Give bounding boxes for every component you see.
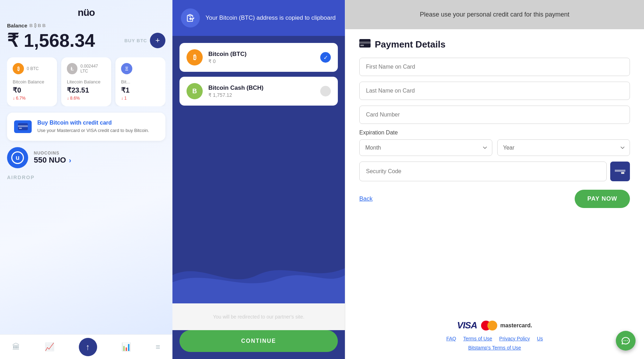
mastercard-logo: mastercard. bbox=[481, 321, 532, 330]
mc-text: mastercard. bbox=[500, 322, 532, 329]
nav-up[interactable]: ↑ bbox=[79, 338, 97, 356]
buy-bitcoin-card[interactable]: Buy Bitcoin with credit card Use your Ma… bbox=[7, 113, 165, 141]
nav-bar[interactable]: 📊 bbox=[121, 342, 131, 352]
airdrop-label: AIRDROP bbox=[7, 175, 165, 180]
eth-card-label: Bit... bbox=[121, 79, 160, 84]
chat-bubble-button[interactable] bbox=[616, 331, 636, 351]
payment-title-row: Payment Details bbox=[359, 39, 630, 50]
btc-card-value: ₹0 bbox=[13, 86, 51, 94]
nuocoins-circle: u bbox=[7, 147, 28, 168]
ltc-card-label: Litecoin Balance bbox=[67, 79, 106, 84]
bch-option[interactable]: B Bitcoin Cash (BCH) ₹ 1,757.12 bbox=[179, 77, 338, 106]
middle-panel: Your Bitcoin (BTC) address is copied to … bbox=[172, 0, 345, 359]
buy-btc-label: BUY BTC bbox=[124, 38, 147, 43]
security-card-icon bbox=[610, 162, 630, 181]
btc-amount-tag: 0 BTC bbox=[27, 66, 39, 71]
ltc-change: ↓ 8.6% bbox=[67, 96, 106, 101]
eth-change: ↓ 1 bbox=[121, 96, 160, 101]
nav-menu[interactable]: ≡ bbox=[156, 342, 160, 352]
us-link[interactable]: Us bbox=[537, 336, 543, 341]
continue-button[interactable]: CONTINUE bbox=[179, 330, 338, 352]
privacy-link[interactable]: Privacy Policy bbox=[499, 336, 530, 341]
footer-links: FAQ Terms of Use Privacy Policy Us bbox=[359, 336, 630, 341]
copy-notification: Your Bitcoin (BTC) address is copied to … bbox=[172, 0, 345, 36]
buy-bitcoin-desc: Use your Mastercard or VISA credit card … bbox=[37, 127, 149, 134]
balance-amount: ₹ 1,568.34 bbox=[7, 30, 95, 51]
btc-radio-selected: ✓ bbox=[320, 52, 331, 63]
nuo-logo: nüo bbox=[78, 7, 95, 18]
left-panel: nüo Balance B ₿ B B ₹ 1,568.34 BUY BTC +… bbox=[0, 0, 172, 359]
btc-card-label: Bitcoin Balance bbox=[13, 79, 51, 84]
credit-card-icon bbox=[14, 120, 32, 133]
redirect-text: You will be redirected to our partner's … bbox=[177, 308, 340, 325]
expiry-label: Expiration Date bbox=[359, 130, 630, 136]
ltc-card-value: ₹23.51 bbox=[67, 86, 106, 94]
svg-rect-5 bbox=[360, 45, 364, 46]
bottom-nav: 🏛 📈 ↑ 📊 ≡ bbox=[0, 334, 172, 359]
month-select[interactable]: Month JanuaryFebruaryMarch AprilMayJune … bbox=[359, 139, 492, 156]
nuocoins-arrow-icon: › bbox=[69, 156, 71, 164]
first-name-input[interactable] bbox=[359, 58, 630, 76]
actions-row: Back PAY NOW bbox=[359, 190, 630, 208]
btc-opt-name: Bitcoin (BTC) bbox=[208, 51, 315, 58]
btc-icon: ₿ bbox=[13, 63, 24, 74]
right-panel: Please use your personal credit card for… bbox=[345, 0, 644, 359]
svg-rect-8 bbox=[621, 172, 624, 174]
buy-btc-button[interactable]: BUY BTC + bbox=[124, 33, 165, 48]
payment-form: Payment Details Expiration Date Month Ja… bbox=[345, 29, 644, 320]
bch-opt-value: ₹ 1,757.12 bbox=[208, 92, 315, 98]
security-row bbox=[359, 162, 630, 181]
balance-row: ₹ 1,568.34 BUY BTC + bbox=[7, 30, 165, 51]
btc-option[interactable]: ₿ Bitcoin (BTC) ₹ 0 ✓ bbox=[179, 43, 338, 72]
last-name-input[interactable] bbox=[359, 82, 630, 100]
security-code-input[interactable] bbox=[359, 162, 607, 181]
copy-icon-circle bbox=[181, 8, 200, 27]
add-circle-icon: + bbox=[150, 33, 165, 48]
btc-opt-icon: ₿ bbox=[187, 49, 203, 65]
balance-section: Balance B ₿ B B ₹ 1,568.34 BUY BTC + bbox=[7, 23, 165, 51]
visa-logo: VISA bbox=[457, 320, 477, 331]
back-link[interactable]: Back bbox=[359, 195, 373, 202]
redirect-bar: You will be redirected to our partner's … bbox=[172, 303, 345, 330]
pay-now-button[interactable]: PAY NOW bbox=[575, 190, 630, 208]
payment-card-icon bbox=[359, 39, 371, 50]
bitstamp-link[interactable]: Bitstamp's Terms of Use bbox=[359, 345, 630, 351]
nav-chart[interactable]: 📈 bbox=[45, 342, 54, 352]
eth-card-value: ₹1 bbox=[121, 86, 160, 94]
nuocoins-u-icon: u bbox=[11, 151, 24, 164]
payment-title: Payment Details bbox=[375, 39, 446, 50]
btc-change: ↓ 6.7% bbox=[13, 96, 51, 101]
card-logos: VISA mastercard. bbox=[359, 320, 630, 331]
card-number-input[interactable] bbox=[359, 106, 630, 124]
ltc-card[interactable]: Ł 0.002447 LTC Litecoin Balance ₹23.51 ↓… bbox=[61, 57, 111, 106]
bch-opt-info: Bitcoin Cash (BCH) ₹ 1,757.12 bbox=[208, 84, 315, 98]
nuocoins-label: NUOCOINS bbox=[34, 151, 71, 156]
eth-card[interactable]: Ξ Bit... ₹1 ↓ 1 bbox=[115, 57, 165, 106]
terms-link[interactable]: Terms of Use bbox=[463, 336, 492, 341]
bch-radio-unselected bbox=[320, 86, 331, 96]
expiry-row: Month JanuaryFebruaryMarch AprilMayJune … bbox=[359, 139, 630, 156]
bch-opt-icon: B bbox=[187, 83, 203, 99]
btc-opt-info: Bitcoin (BTC) ₹ 0 bbox=[208, 51, 315, 64]
mc-orange-circle bbox=[487, 321, 497, 330]
year-select[interactable]: Year 202420252026 202720282029 2030 bbox=[497, 139, 630, 156]
notice-text: Please use your personal credit card for… bbox=[359, 10, 630, 19]
footer-section: VISA mastercard. FAQ Terms of Use Privac… bbox=[345, 320, 644, 359]
crypto-selection: ₿ Bitcoin (BTC) ₹ 0 ✓ B Bitcoin Cash (BC… bbox=[172, 36, 345, 247]
nuocoins-value: 550 NUO › bbox=[34, 156, 71, 165]
btc-card[interactable]: ₿ 0 BTC Bitcoin Balance ₹0 ↓ 6.7% bbox=[7, 57, 57, 106]
bch-opt-name: Bitcoin Cash (BCH) bbox=[208, 84, 315, 92]
notice-bar: Please use your personal credit card for… bbox=[345, 0, 644, 29]
ltc-amount-tag: 0.002447 LTC bbox=[80, 64, 106, 74]
wave-background bbox=[172, 247, 345, 303]
crypto-cards: ₿ 0 BTC Bitcoin Balance ₹0 ↓ 6.7% Ł 0.00… bbox=[7, 57, 165, 106]
nuocoins-row[interactable]: u NUOCOINS 550 NUO › bbox=[7, 147, 165, 168]
nav-home[interactable]: 🏛 bbox=[12, 342, 20, 352]
svg-rect-4 bbox=[359, 42, 371, 44]
btc-opt-value: ₹ 0 bbox=[208, 58, 315, 64]
svg-rect-7 bbox=[615, 170, 625, 172]
faq-link[interactable]: FAQ bbox=[446, 336, 456, 341]
svg-rect-1 bbox=[18, 125, 28, 127]
balance-label: Balance B ₿ B B bbox=[7, 23, 165, 29]
buy-bitcoin-title: Buy Bitcoin with credit card bbox=[37, 120, 149, 126]
